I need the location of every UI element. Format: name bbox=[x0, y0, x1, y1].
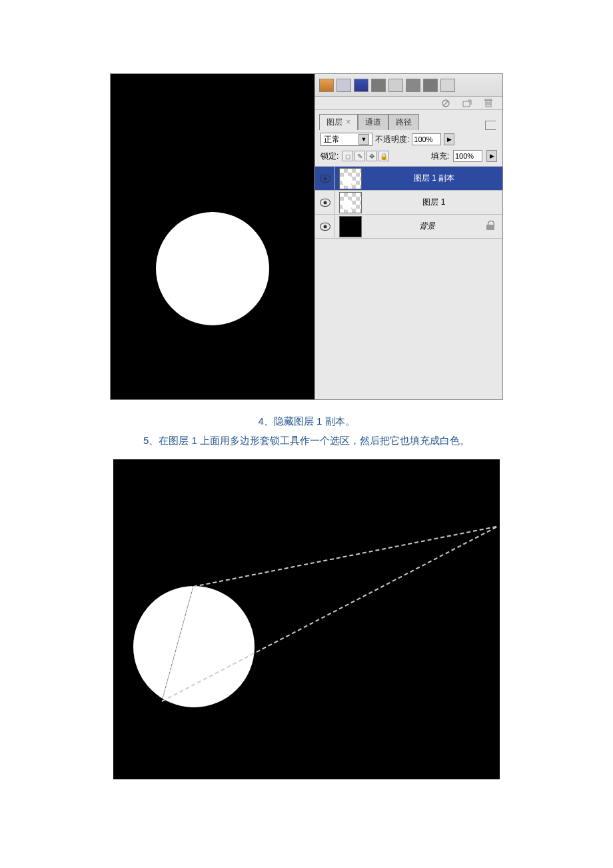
blend-mode-value: 正常 bbox=[324, 134, 340, 145]
tab-channels[interactable]: 通道 bbox=[358, 114, 388, 130]
lock-all-icon[interactable]: 🔒 bbox=[378, 151, 389, 161]
close-icon[interactable]: × bbox=[346, 117, 350, 127]
layers-list: 图层 1 副本 图层 1 背景 bbox=[315, 167, 502, 239]
layer-thumbnail[interactable] bbox=[339, 192, 362, 213]
swatch[interactable] bbox=[354, 79, 368, 92]
swatch[interactable] bbox=[440, 79, 455, 92]
opacity-value: 100% bbox=[414, 135, 432, 143]
lock-pixels-icon[interactable]: ✎ bbox=[354, 151, 365, 161]
lock-label: 锁定: bbox=[320, 151, 338, 162]
step-5-text: 5、在图层 1 上面用多边形套锁工具作一个选区，然后把它也填充成白色。 bbox=[0, 431, 613, 451]
no-icon[interactable] bbox=[441, 99, 450, 108]
fill-value: 100% bbox=[455, 152, 474, 160]
tab-layers[interactable]: 图层 × bbox=[319, 114, 358, 130]
svg-line-1 bbox=[444, 101, 448, 105]
tab-label: 路径 bbox=[396, 117, 412, 127]
lock-transparency-icon[interactable]: ◻ bbox=[342, 151, 353, 161]
opacity-input[interactable]: 100% bbox=[412, 133, 441, 145]
blend-mode-select[interactable]: 正常 ▼ bbox=[320, 133, 372, 146]
tab-label: 通道 bbox=[365, 117, 381, 127]
visibility-eye-icon[interactable] bbox=[320, 175, 330, 183]
lock-position-icon[interactable]: ✥ bbox=[366, 151, 377, 161]
tab-paths[interactable]: 路径 bbox=[388, 114, 419, 130]
swatches-bar bbox=[315, 74, 502, 97]
fill-input[interactable]: 100% bbox=[453, 150, 482, 162]
layer-thumbnail[interactable] bbox=[339, 216, 362, 237]
fill-label: 填充: bbox=[431, 151, 449, 162]
selection-edge bbox=[193, 526, 497, 587]
canvas-preview bbox=[111, 74, 316, 399]
trash-icon[interactable] bbox=[484, 99, 493, 108]
opacity-flyout-icon[interactable]: ▶ bbox=[444, 133, 454, 145]
white-circle bbox=[133, 586, 255, 707]
svg-rect-2 bbox=[463, 101, 470, 107]
layer-name: 图层 1 副本 bbox=[366, 173, 502, 184]
figure-polygon-selection bbox=[113, 459, 500, 779]
lock-icon bbox=[488, 222, 496, 231]
visibility-eye-icon[interactable] bbox=[320, 223, 330, 231]
tab-label: 图层 bbox=[326, 117, 342, 127]
chevron-down-icon: ▼ bbox=[358, 134, 369, 145]
visibility-eye-icon[interactable] bbox=[320, 199, 330, 207]
layers-panel: 图层 × 通道 路径 正常 ▼ bbox=[314, 74, 502, 399]
swatch[interactable] bbox=[371, 79, 386, 92]
step-4-text: 4、隐藏图层 1 副本。 bbox=[0, 412, 613, 431]
swatch[interactable] bbox=[319, 79, 334, 92]
opacity-label: 不透明度: bbox=[375, 134, 409, 145]
layer-thumbnail[interactable] bbox=[339, 168, 362, 189]
figure-layers-panel: 图层 × 通道 路径 正常 ▼ bbox=[110, 73, 503, 400]
swatch[interactable] bbox=[423, 79, 438, 92]
panel-menu-icon[interactable] bbox=[485, 121, 496, 130]
swatch[interactable] bbox=[336, 79, 351, 92]
layer-name: 背景 bbox=[366, 221, 488, 232]
fill-flyout-icon[interactable]: ▶ bbox=[486, 150, 497, 162]
layer-row[interactable]: 图层 1 副本 bbox=[315, 167, 502, 191]
swatch[interactable] bbox=[406, 79, 420, 92]
svg-rect-4 bbox=[485, 99, 492, 101]
layer-row[interactable]: 背景 bbox=[315, 215, 502, 239]
white-circle bbox=[156, 212, 269, 325]
swatch[interactable] bbox=[388, 79, 403, 92]
new-swatch-icon[interactable] bbox=[462, 99, 472, 108]
layer-name: 图层 1 bbox=[366, 197, 502, 208]
layer-row[interactable]: 图层 1 bbox=[315, 191, 502, 215]
